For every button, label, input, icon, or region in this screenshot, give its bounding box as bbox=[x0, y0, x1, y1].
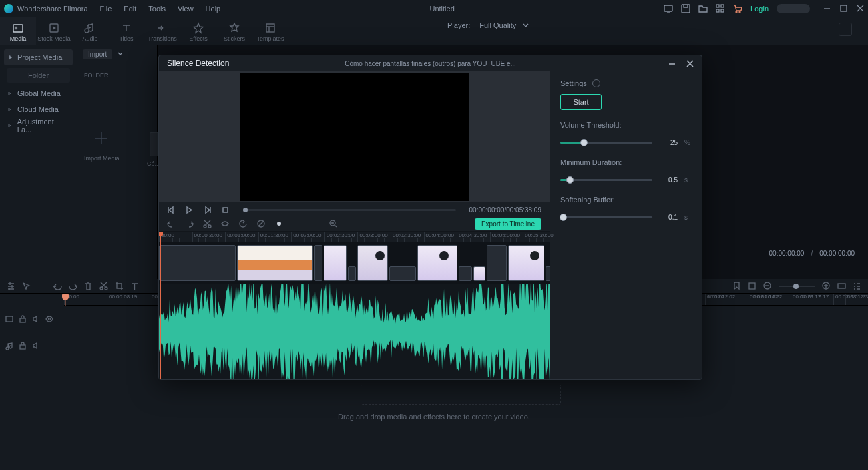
softening-buffer-value: 0.1 bbox=[659, 214, 678, 221]
clip-segment[interactable] bbox=[508, 245, 544, 281]
sidebar-item-cloud-media[interactable]: Cloud Media bbox=[4, 101, 73, 118]
chevron-down-icon[interactable] bbox=[523, 23, 529, 29]
step-back-icon[interactable] bbox=[167, 206, 176, 214]
mute-icon[interactable] bbox=[32, 315, 40, 323]
account-pill[interactable] bbox=[777, 4, 810, 13]
zoom-slider[interactable] bbox=[779, 286, 815, 287]
player-quality-value[interactable]: Full Quality bbox=[479, 21, 516, 29]
zoom-in-icon[interactable] bbox=[822, 282, 831, 290]
clip-segment[interactable] bbox=[487, 245, 507, 281]
start-button[interactable]: Start bbox=[560, 94, 602, 110]
sidebar-item-global-media[interactable]: Global Media bbox=[4, 85, 73, 101]
text-icon[interactable] bbox=[130, 282, 139, 290]
scrub-bar[interactable] bbox=[243, 209, 456, 211]
tab-effects[interactable]: Effects bbox=[180, 17, 216, 45]
clip-segment[interactable] bbox=[389, 266, 416, 281]
tab-audio[interactable]: Audio bbox=[72, 17, 108, 45]
tab-titles[interactable]: Titles bbox=[108, 17, 144, 45]
crop-icon[interactable] bbox=[115, 282, 124, 290]
menu-view[interactable]: View bbox=[178, 5, 194, 13]
zoom-in-icon[interactable] bbox=[329, 220, 338, 228]
import-media-drop[interactable]: Import Media bbox=[84, 126, 120, 162]
fit-icon[interactable] bbox=[837, 282, 846, 290]
marker-dot-icon[interactable] bbox=[275, 220, 284, 228]
lock-icon[interactable] bbox=[19, 315, 27, 323]
volume-threshold-slider[interactable] bbox=[560, 137, 652, 148]
folder-icon[interactable] bbox=[698, 4, 708, 13]
export-to-timeline-button[interactable]: Export to Timeline bbox=[475, 218, 541, 230]
mute-icon[interactable] bbox=[32, 342, 40, 350]
redo-icon[interactable] bbox=[185, 220, 194, 228]
close-icon[interactable] bbox=[857, 5, 864, 12]
tab-templates[interactable]: Templates bbox=[252, 17, 288, 45]
menu-file[interactable]: File bbox=[100, 5, 112, 13]
sidebar-item-label: Project Media bbox=[17, 53, 62, 61]
rotate-icon[interactable] bbox=[239, 220, 248, 228]
disable-icon[interactable] bbox=[257, 220, 266, 228]
undo-icon[interactable] bbox=[167, 220, 176, 228]
clip-segment[interactable] bbox=[459, 266, 472, 281]
tab-effects-label: Effects bbox=[189, 35, 207, 42]
dialog-playhead[interactable] bbox=[160, 232, 161, 380]
eye-icon[interactable] bbox=[45, 315, 53, 323]
play-icon[interactable] bbox=[185, 206, 194, 214]
info-icon[interactable]: i bbox=[592, 79, 600, 87]
zoom-out-icon[interactable] bbox=[763, 282, 772, 290]
sidebar-sub-folder[interactable]: Folder bbox=[7, 68, 70, 83]
sidebar-item-project-media[interactable]: Project Media bbox=[4, 49, 73, 65]
main-menu: File Edit Tools View Help bbox=[100, 5, 221, 13]
screen-icon[interactable] bbox=[664, 4, 673, 13]
clip-segment[interactable] bbox=[417, 245, 457, 281]
softening-buffer-slider[interactable] bbox=[560, 212, 652, 222]
stop-icon[interactable] bbox=[221, 206, 230, 214]
pointer-icon[interactable] bbox=[22, 282, 31, 290]
dialog-ruler[interactable]: 00:0000:00:30:0000:01:00:0000:01:30:0000… bbox=[159, 232, 550, 242]
clip-segment[interactable] bbox=[159, 245, 236, 281]
marker-icon[interactable] bbox=[732, 282, 741, 290]
save-icon[interactable] bbox=[681, 4, 690, 13]
list-icon[interactable] bbox=[853, 282, 861, 290]
minimize-icon[interactable] bbox=[823, 5, 831, 12]
tab-media[interactable]: Media bbox=[0, 17, 36, 45]
cut-icon[interactable] bbox=[99, 282, 108, 290]
layers-icon[interactable] bbox=[748, 282, 756, 290]
cart-icon[interactable] bbox=[733, 4, 742, 13]
clip-segment[interactable] bbox=[324, 245, 347, 281]
clip-segment[interactable] bbox=[348, 266, 356, 281]
sidebar-item-adjustment[interactable]: Adjustment La... bbox=[4, 118, 73, 134]
import-button[interactable]: Import bbox=[83, 49, 112, 59]
playhead[interactable] bbox=[65, 294, 71, 306]
undo-icon[interactable] bbox=[53, 282, 62, 290]
dialog-minimize-icon[interactable] bbox=[668, 60, 676, 67]
thumbnail-track[interactable] bbox=[159, 242, 550, 284]
svg-rect-2 bbox=[716, 5, 719, 7]
snapshot-button[interactable] bbox=[839, 23, 852, 36]
cut-icon[interactable] bbox=[203, 220, 212, 228]
maximize-icon[interactable] bbox=[840, 5, 847, 12]
adjust-icon[interactable] bbox=[7, 282, 15, 290]
menu-edit[interactable]: Edit bbox=[124, 5, 136, 13]
clip-segment[interactable] bbox=[357, 245, 388, 281]
chevron-down-icon[interactable] bbox=[118, 51, 123, 57]
clip-segment[interactable] bbox=[546, 266, 550, 281]
step-fwd-icon[interactable] bbox=[203, 206, 212, 214]
clip-segment[interactable] bbox=[237, 245, 313, 281]
menu-help[interactable]: Help bbox=[206, 5, 221, 13]
delete-icon[interactable] bbox=[84, 282, 93, 290]
lock-icon[interactable] bbox=[19, 342, 27, 350]
redo-icon[interactable] bbox=[69, 282, 77, 290]
login-link[interactable]: Login bbox=[750, 5, 769, 13]
tab-stock[interactable]: Stock Media bbox=[36, 17, 72, 45]
eye-icon[interactable] bbox=[221, 220, 230, 228]
drop-zone[interactable] bbox=[361, 385, 561, 405]
document-title: Untitled bbox=[220, 5, 664, 13]
tab-stickers[interactable]: Stickers bbox=[216, 17, 252, 45]
dialog-close-icon[interactable] bbox=[686, 60, 694, 67]
waveform-track[interactable] bbox=[159, 284, 550, 379]
apps-icon[interactable] bbox=[716, 4, 725, 13]
menu-tools[interactable]: Tools bbox=[148, 5, 166, 13]
clip-segment[interactable] bbox=[473, 266, 485, 281]
clip-segment[interactable] bbox=[314, 245, 322, 281]
minimum-duration-slider[interactable] bbox=[560, 174, 652, 185]
tab-transitions[interactable]: Transitions bbox=[144, 17, 180, 45]
